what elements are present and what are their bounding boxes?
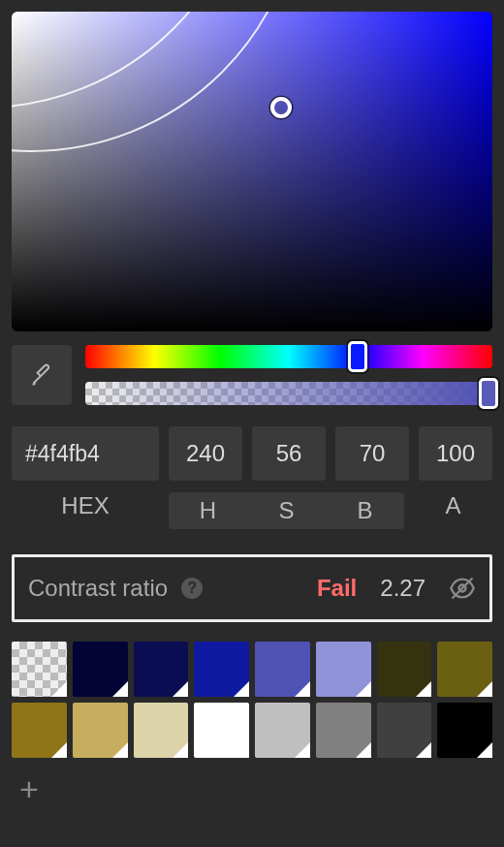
swatch-grid: [12, 642, 492, 758]
swatch[interactable]: [194, 642, 249, 697]
swatch[interactable]: [377, 642, 432, 697]
alpha-label: A: [414, 492, 492, 529]
eyedropper-icon: [29, 362, 54, 388]
swatch[interactable]: [316, 642, 371, 697]
hue-input[interactable]: 240: [169, 426, 242, 481]
contrast-value: 2.27: [380, 575, 425, 602]
add-swatch-button[interactable]: +: [12, 771, 47, 806]
color-field-arc: [12, 12, 254, 109]
hue-slider-handle[interactable]: [348, 341, 367, 372]
swatch[interactable]: [12, 703, 67, 758]
brightness-input[interactable]: 70: [335, 426, 409, 481]
eye-off-icon[interactable]: [449, 575, 476, 602]
swatch[interactable]: [73, 703, 128, 758]
swatch[interactable]: [255, 642, 310, 697]
tab-s[interactable]: S: [247, 497, 326, 524]
swatch[interactable]: [255, 703, 310, 758]
swatch[interactable]: [12, 642, 67, 697]
alpha-slider-handle[interactable]: [479, 378, 498, 409]
saturation-input[interactable]: 56: [252, 426, 326, 481]
hue-slider[interactable]: [85, 345, 492, 368]
swatch[interactable]: [73, 642, 128, 697]
swatch[interactable]: [134, 642, 189, 697]
color-field-handle[interactable]: [270, 97, 292, 118]
tab-b[interactable]: B: [326, 497, 404, 524]
alpha-slider[interactable]: [85, 382, 492, 405]
hex-input[interactable]: #4f4fb4: [12, 426, 159, 481]
color-mode-tabs[interactable]: H S B: [169, 492, 404, 529]
contrast-status: Fail: [317, 575, 357, 602]
swatch[interactable]: [437, 642, 492, 697]
swatch[interactable]: [194, 703, 249, 758]
color-field[interactable]: [12, 12, 492, 331]
eyedropper-button[interactable]: [12, 345, 72, 405]
tab-h[interactable]: H: [169, 497, 247, 524]
info-icon[interactable]: ?: [181, 578, 203, 599]
contrast-label: Contrast ratio: [28, 575, 168, 602]
swatch[interactable]: [134, 703, 189, 758]
alpha-input[interactable]: 100: [419, 426, 492, 481]
swatch[interactable]: [316, 703, 371, 758]
swatch[interactable]: [437, 703, 492, 758]
swatch[interactable]: [377, 703, 432, 758]
hex-label: HEX: [12, 492, 159, 529]
contrast-ratio-panel: Contrast ratio ? Fail 2.27: [12, 554, 492, 622]
color-field-arc: [12, 12, 302, 152]
